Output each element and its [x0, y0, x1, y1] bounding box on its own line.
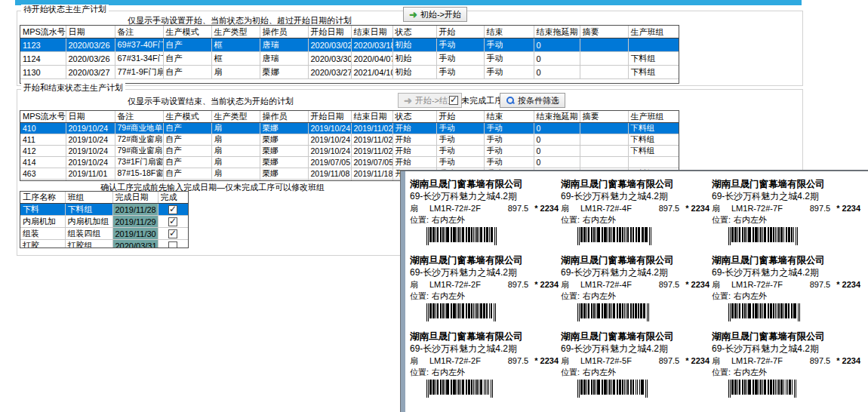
cell-type: 扇 — [211, 146, 260, 157]
label-location-line: 位置: 右内左外 — [561, 367, 709, 378]
cell-date: 2020/03/26 — [66, 52, 115, 66]
label-item-type: 扇 — [410, 202, 429, 214]
column-header: 班组 — [65, 192, 112, 204]
label-location-value: 右内左外 — [583, 214, 616, 226]
table-row[interactable]: 412 2019/10/24 79#商业窗扇 自产 扇 栗娜 2019/10/2… — [20, 146, 679, 157]
label-project: 69-长沙万科魅力之城4.2期 — [410, 343, 559, 355]
column-header: 结束日期 — [351, 111, 392, 123]
barcode-label: 湖南旦晟门窗幕墙有限公司 69-长沙万科魅力之城4.2期 扇 LM1R-72#-… — [561, 331, 709, 398]
label-location-line: 位置: 右内左外 — [410, 214, 559, 226]
column-header: 状态 — [392, 111, 436, 123]
unfinished-checkbox[interactable] — [449, 96, 458, 105]
barcode: 2010100140122 — [577, 303, 676, 321]
filter-button-label: 按条件筛选 — [518, 95, 559, 106]
barcode-label: 湖南旦晟门窗幕墙有限公司 69-长沙万科魅力之城4.2期 扇 LM1R-72#-… — [712, 255, 860, 321]
done-checkbox[interactable] — [168, 241, 177, 248]
cell-mode: 自产 — [163, 66, 211, 79]
table-row[interactable]: 414 2019/10/24 73#1F门扇窗扇 自产 扇 栗娜 2019/07… — [20, 157, 679, 168]
cell-date: 2020/03/26 — [66, 38, 115, 52]
column-header: 工序名称 — [20, 192, 65, 204]
cell-status: 初始 — [392, 38, 436, 52]
cell-status: 开始 — [392, 123, 436, 134]
cell-start: 手动 — [436, 146, 484, 157]
cell-note: 69#37-40F门框 — [115, 38, 163, 52]
label-model: LM1R-72#-4F — [580, 278, 656, 291]
label-window-left-strip — [401, 171, 405, 412]
cell-mps-id: 1124 — [20, 52, 66, 66]
label-company: 湖南旦晟门窗幕墙有限公司 — [410, 179, 559, 190]
cell-mps-id: 412 — [20, 146, 66, 157]
cell-end: 手动 — [484, 52, 534, 66]
cell-end: 手动 — [484, 66, 534, 79]
cell-process-name: 内扇机加 — [20, 216, 65, 228]
label-company: 湖南旦晟门窗幕墙有限公司 — [712, 331, 860, 343]
cell-mode: 自产 — [163, 38, 211, 52]
cell-summary — [580, 134, 628, 146]
barcode-bars — [577, 227, 676, 245]
label-size: 897.5 — [810, 355, 831, 367]
table-row[interactable]: 1124 2020/03/26 67#31-34F门框 自产 框 唐瑞 2020… — [20, 52, 679, 66]
label-location-caption: 位置: — [410, 291, 429, 302]
barcode-label: 湖南旦晟门窗幕墙有限公司 69-长沙万科魅力之城4.2期 扇 LM1R-72#-… — [561, 179, 709, 245]
table-row[interactable]: 410 2019/10/24 79#商业地单… 自产 扇 栗娜 2019/10/… — [20, 123, 679, 134]
cell-start: 手动 — [436, 134, 484, 146]
cell-end: 手动 — [484, 146, 534, 157]
label-item-line: 扇 LM1R-72#-5F 897.5 * 2234 — [561, 355, 709, 367]
cell-delay: 0 — [534, 52, 580, 66]
barcode: 2010100140023 — [426, 303, 525, 321]
table-row[interactable]: 下料 下料组 2019/11/28 — [20, 204, 188, 216]
table-row[interactable]: 内扇机加 内扇机加组 2019/11/29 — [20, 216, 188, 228]
filter-button[interactable]: 按条件筛选 — [500, 93, 565, 108]
label-location-caption: 位置: — [561, 291, 580, 302]
label-item-type: 扇 — [712, 278, 731, 291]
column-header: 开始 — [436, 111, 484, 123]
cell-mode: 自产 — [163, 134, 211, 146]
unfinished-checkbox-label: 未完成工序 — [461, 95, 503, 106]
label-model: LM1R-72#-5F — [580, 355, 656, 367]
table-row[interactable]: 411 2019/10/24 72#商业窗扇 自产 扇 栗娜 2019/10/2… — [20, 134, 679, 146]
section-pending-group: 待开始状态主生产计划 仅显示手动设置开始、当前状态为初始、超过开始日期的计划 ➜… — [17, 11, 803, 86]
cell-done — [158, 216, 188, 228]
label-model: LM1R-72#-7F — [731, 355, 807, 367]
label-location-value: 右内左外 — [734, 214, 767, 226]
label-location-line: 位置: 右内左外 — [561, 214, 709, 226]
cell-operator: 栗娜 — [260, 66, 308, 79]
label-company: 湖南旦晟门窗幕墙有限公司 — [410, 331, 559, 343]
cell-process-team: 内扇机加组 — [65, 216, 112, 228]
cell-mps-id: 1123 — [20, 38, 66, 52]
cell-mps-id: 463 — [20, 168, 66, 180]
init-to-start-button[interactable]: ➜ 初始->开始 — [403, 7, 467, 22]
label-location-caption: 位置: — [410, 214, 429, 226]
barcode: 2010100140030 — [426, 380, 525, 398]
cell-operator: 栗娜 — [260, 123, 308, 134]
cell-team: 下料组 — [628, 66, 679, 79]
table-row[interactable]: 组装 组装四组 2019/11/30 — [20, 228, 188, 240]
barcode-bars — [426, 303, 525, 321]
cell-end: 手动 — [484, 157, 534, 168]
label-item-line: 扇 LM1R-72#-4F 897.5 * 2234 — [561, 202, 709, 214]
done-checkbox[interactable] — [168, 229, 177, 238]
done-checkbox[interactable] — [168, 217, 177, 226]
cell-mode: 自产 — [163, 123, 211, 134]
cell-mps-id: 410 — [20, 123, 66, 134]
label-location-line: 位置: 右内左外 — [712, 291, 860, 302]
table-row[interactable]: 1123 2020/03/26 69#37-40F门框 自产 框 唐瑞 2020… — [20, 38, 679, 52]
cell-end-date: 2019/07/05 — [351, 157, 392, 168]
label-grid: 湖南旦晟门窗幕墙有限公司 69-长沙万科魅力之城4.2期 扇 LM1R-72#-… — [410, 179, 860, 398]
barcode: 2010100140115 — [577, 227, 676, 245]
label-location-line: 位置: 右内左外 — [712, 214, 860, 226]
cell-date: 2019/10/24 — [66, 134, 115, 146]
section-active-title: 开始和结束状态主生产计划 — [21, 83, 125, 93]
cell-note: 87#15-18F窗扇 — [115, 168, 163, 180]
label-item-line: 扇 LM1R-72#-7F 897.5 * 2234 — [712, 355, 860, 367]
column-header: 结束 — [484, 111, 534, 123]
cell-note: 67#31-34F门框 — [115, 52, 163, 66]
label-location-value: 右内左外 — [432, 214, 465, 226]
label-item-line: 扇 LM1R-72#-2F 897.5 * 2234 — [410, 355, 559, 367]
table-row[interactable]: 1130 2020/03/27 77#1-9F门扇 自产 扇 栗娜 2020/0… — [20, 66, 679, 79]
cell-status: 初始 — [392, 52, 436, 66]
done-checkbox[interactable] — [168, 205, 177, 214]
label-location-caption: 位置: — [561, 214, 580, 226]
cell-type: 扇 — [211, 157, 260, 168]
table-row[interactable]: 打胶 打胶组 2020/03/31 — [20, 240, 188, 249]
